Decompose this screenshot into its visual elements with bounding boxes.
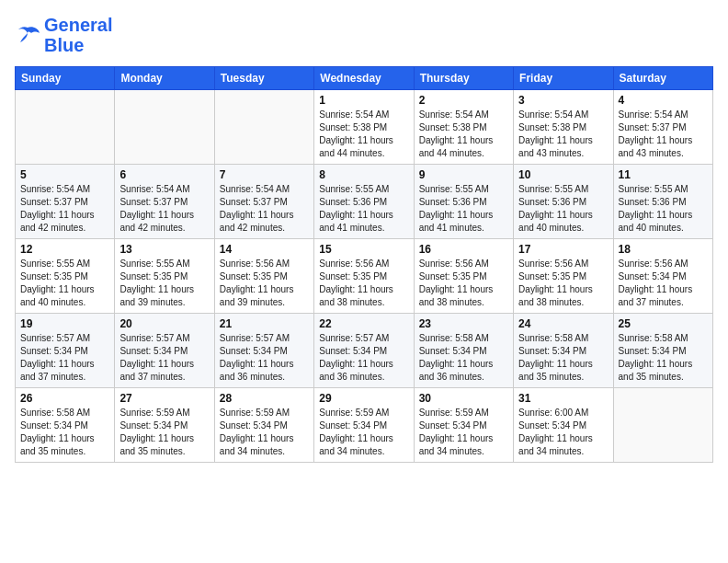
day-number: 6 [119,168,209,181]
calendar-cell [115,90,214,165]
week-row-4: 19Sunrise: 5:57 AM Sunset: 5:34 PM Dayli… [16,314,713,388]
calendar-cell: 22Sunrise: 5:57 AM Sunset: 5:34 PM Dayli… [314,314,414,388]
day-info: Sunrise: 5:58 AM Sunset: 5:34 PM Dayligh… [619,332,708,384]
day-number: 4 [619,94,708,107]
calendar-cell [16,90,115,165]
day-number: 15 [319,243,408,256]
calendar-table: SundayMondayTuesdayWednesdayThursdayFrid… [15,66,713,463]
calendar-cell: 29Sunrise: 5:59 AM Sunset: 5:34 PM Dayli… [314,388,414,463]
day-number: 28 [220,392,309,405]
week-row-3: 12Sunrise: 5:55 AM Sunset: 5:35 PM Dayli… [16,239,713,314]
day-number: 3 [518,94,608,107]
day-info: Sunrise: 5:54 AM Sunset: 5:38 PM Dayligh… [419,109,508,160]
day-number: 31 [518,392,608,405]
calendar-cell: 21Sunrise: 5:57 AM Sunset: 5:34 PM Dayli… [214,314,313,388]
calendar-cell: 6Sunrise: 5:54 AM Sunset: 5:37 PM Daylig… [115,165,214,239]
calendar-cell: 18Sunrise: 5:56 AM Sunset: 5:34 PM Dayli… [613,239,712,314]
calendar-cell: 13Sunrise: 5:55 AM Sunset: 5:35 PM Dayli… [115,239,214,314]
week-row-5: 26Sunrise: 5:58 AM Sunset: 5:34 PM Dayli… [16,388,713,463]
calendar-cell: 20Sunrise: 5:57 AM Sunset: 5:34 PM Dayli… [115,314,214,388]
calendar-cell: 7Sunrise: 5:54 AM Sunset: 5:37 PM Daylig… [214,165,313,239]
day-info: Sunrise: 5:55 AM Sunset: 5:36 PM Dayligh… [419,183,508,235]
day-number: 21 [220,317,309,330]
day-info: Sunrise: 5:57 AM Sunset: 5:34 PM Dayligh… [119,332,209,384]
day-number: 22 [319,317,408,330]
calendar-cell: 10Sunrise: 5:55 AM Sunset: 5:36 PM Dayli… [514,165,613,239]
day-info: Sunrise: 5:55 AM Sunset: 5:36 PM Dayligh… [518,183,608,235]
calendar-cell: 19Sunrise: 5:57 AM Sunset: 5:34 PM Dayli… [16,314,115,388]
day-number: 19 [20,317,109,330]
week-row-1: 1Sunrise: 5:54 AM Sunset: 5:38 PM Daylig… [16,90,713,165]
calendar-cell: 2Sunrise: 5:54 AM Sunset: 5:38 PM Daylig… [414,90,513,165]
logo-blue: Blue [44,35,112,55]
day-info: Sunrise: 5:56 AM Sunset: 5:35 PM Dayligh… [319,258,408,309]
logo: General Blue [15,15,112,55]
day-number: 5 [20,168,109,181]
calendar-cell: 24Sunrise: 5:58 AM Sunset: 5:34 PM Dayli… [514,314,613,388]
day-info: Sunrise: 5:59 AM Sunset: 5:34 PM Dayligh… [419,407,508,458]
day-info: Sunrise: 5:56 AM Sunset: 5:34 PM Dayligh… [619,258,708,309]
calendar-cell: 27Sunrise: 5:59 AM Sunset: 5:34 PM Dayli… [115,388,214,463]
day-info: Sunrise: 5:59 AM Sunset: 5:34 PM Dayligh… [119,407,209,458]
calendar-cell: 16Sunrise: 5:56 AM Sunset: 5:35 PM Dayli… [414,239,513,314]
day-info: Sunrise: 5:57 AM Sunset: 5:34 PM Dayligh… [20,332,109,384]
week-row-2: 5Sunrise: 5:54 AM Sunset: 5:37 PM Daylig… [16,165,713,239]
header-saturday: Saturday [613,67,712,90]
calendar-cell: 8Sunrise: 5:55 AM Sunset: 5:36 PM Daylig… [314,165,414,239]
day-number: 14 [220,243,309,256]
calendar-cell: 11Sunrise: 5:55 AM Sunset: 5:36 PM Dayli… [613,165,712,239]
calendar-cell: 28Sunrise: 5:59 AM Sunset: 5:34 PM Dayli… [214,388,313,463]
logo-text: General Blue [44,15,112,55]
header-tuesday: Tuesday [214,67,313,90]
calendar-cell [613,388,712,463]
calendar-cell: 12Sunrise: 5:55 AM Sunset: 5:35 PM Dayli… [16,239,115,314]
day-info: Sunrise: 5:54 AM Sunset: 5:38 PM Dayligh… [518,109,608,160]
calendar-cell: 14Sunrise: 5:56 AM Sunset: 5:35 PM Dayli… [214,239,313,314]
day-number: 25 [619,317,708,330]
day-number: 9 [419,168,508,181]
day-number: 20 [119,317,209,330]
day-info: Sunrise: 5:55 AM Sunset: 5:36 PM Dayligh… [619,183,708,235]
header-friday: Friday [514,67,613,90]
day-number: 11 [619,168,708,181]
day-info: Sunrise: 5:56 AM Sunset: 5:35 PM Dayligh… [419,258,508,309]
calendar-cell: 31Sunrise: 6:00 AM Sunset: 5:34 PM Dayli… [514,388,613,463]
day-number: 24 [518,317,608,330]
day-info: Sunrise: 5:54 AM Sunset: 5:37 PM Dayligh… [220,183,309,235]
day-number: 13 [119,243,209,256]
day-number: 26 [20,392,109,405]
day-info: Sunrise: 5:54 AM Sunset: 5:37 PM Dayligh… [619,109,708,160]
calendar-cell: 26Sunrise: 5:58 AM Sunset: 5:34 PM Dayli… [16,388,115,463]
day-number: 10 [518,168,608,181]
day-info: Sunrise: 5:55 AM Sunset: 5:35 PM Dayligh… [20,258,109,309]
day-info: Sunrise: 5:55 AM Sunset: 5:35 PM Dayligh… [119,258,209,309]
header-sunday: Sunday [16,67,115,90]
day-info: Sunrise: 5:57 AM Sunset: 5:34 PM Dayligh… [319,332,408,384]
calendar-cell: 9Sunrise: 5:55 AM Sunset: 5:36 PM Daylig… [414,165,513,239]
calendar-cell [214,90,313,165]
logo-general: General [44,15,112,35]
day-info: Sunrise: 5:58 AM Sunset: 5:34 PM Dayligh… [20,407,109,458]
day-number: 23 [419,317,508,330]
calendar-cell: 15Sunrise: 5:56 AM Sunset: 5:35 PM Dayli… [314,239,414,314]
day-info: Sunrise: 5:59 AM Sunset: 5:34 PM Dayligh… [319,407,408,458]
day-number: 29 [319,392,408,405]
day-number: 8 [319,168,408,181]
day-number: 12 [20,243,109,256]
calendar-cell: 23Sunrise: 5:58 AM Sunset: 5:34 PM Dayli… [414,314,513,388]
day-info: Sunrise: 5:54 AM Sunset: 5:38 PM Dayligh… [319,109,408,160]
header-monday: Monday [115,67,214,90]
day-info: Sunrise: 5:54 AM Sunset: 5:37 PM Dayligh… [119,183,209,235]
header-thursday: Thursday [414,67,513,90]
calendar-cell: 25Sunrise: 5:58 AM Sunset: 5:34 PM Dayli… [613,314,712,388]
day-number: 27 [119,392,209,405]
header-wednesday: Wednesday [314,67,414,90]
day-number: 2 [419,94,508,107]
day-info: Sunrise: 6:00 AM Sunset: 5:34 PM Dayligh… [518,407,608,458]
day-info: Sunrise: 5:59 AM Sunset: 5:34 PM Dayligh… [220,407,309,458]
day-info: Sunrise: 5:58 AM Sunset: 5:34 PM Dayligh… [419,332,508,384]
day-number: 7 [220,168,309,181]
day-number: 16 [419,243,508,256]
calendar-cell: 17Sunrise: 5:56 AM Sunset: 5:35 PM Dayli… [514,239,613,314]
day-number: 1 [319,94,408,107]
